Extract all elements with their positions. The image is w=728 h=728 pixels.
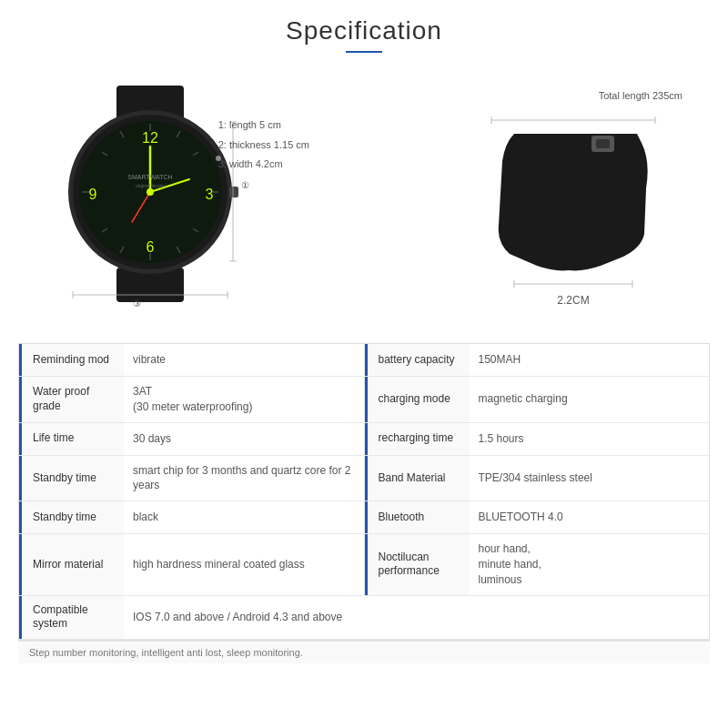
page-title: Specification (286, 16, 442, 46)
band-diagram: Total length 235cm (446, 72, 701, 307)
spec-right-0: battery capacity150MAH (365, 344, 710, 376)
spec-value-right-3: TPE/304 stainless steel (470, 456, 710, 501)
spec-label-right-2: recharging time (365, 423, 470, 455)
svg-text:3: 3 (206, 187, 214, 202)
watch-image: 12 3 6 9 SMARTWATCH (46, 81, 255, 312)
svg-text:original design: original design (136, 183, 165, 188)
spec-label-left-3: Standby time (19, 456, 124, 501)
spec-value-right-5: hour hand, minute hand, luminous (470, 534, 710, 594)
spec-right-3: Band MaterialTPE/304 stainless steel (365, 456, 710, 501)
spec-value-left-1: 3AT (30 meter waterproofing) (124, 377, 364, 422)
spec-label-left-5: Mirror material (19, 534, 124, 594)
spec-label-right-3: Band Material (365, 456, 470, 501)
footer-note: Step number monitoring, intelligent anti… (18, 641, 710, 663)
spec-value-left-4: black (124, 501, 364, 533)
svg-text:SMARTWATCH: SMARTWATCH (127, 174, 172, 180)
header-accent-line (346, 51, 382, 53)
spec-table: Reminding modvibratebattery capacity150M… (18, 343, 710, 641)
spec-left-2: Life time30 days (19, 423, 365, 455)
svg-rect-25 (229, 187, 238, 197)
spec-left-0: Reminding modvibrate (19, 344, 365, 376)
svg-point-24 (147, 188, 154, 196)
spec-value-left-3: smart chip for 3 months and quartz core … (124, 456, 364, 501)
dimension-text: 1: length 5 cm 2: thickness 1.15 cm 3: w… (218, 117, 309, 173)
svg-text:12: 12 (142, 130, 158, 146)
spec-right-1: charging modemagnetic charging (365, 377, 710, 422)
spec-right-4: BluetoothBLUETOOTH 4.0 (365, 501, 710, 533)
spec-row-4: Standby timeblackBluetoothBLUETOOTH 4.0 (19, 501, 709, 534)
spec-label-right-4: Bluetooth (365, 501, 470, 533)
spec-row-full: Compatible systemIOS 7.0 and above / And… (19, 596, 709, 640)
spec-value-right-0: 150MAH (470, 344, 710, 376)
spec-label-left-4: Standby time (19, 501, 124, 533)
product-area: 12 3 6 9 SMARTWATCH (9, 63, 719, 336)
spec-value-full: IOS 7.0 and above / Android 4.3 and abov… (124, 596, 709, 639)
dim2: 2: thickness 1.15 cm (218, 137, 309, 154)
spec-value-right-2: 1.5 hours (470, 423, 710, 455)
spec-row-0: Reminding modvibratebattery capacity150M… (19, 344, 709, 377)
band-total-length: Total length 235cm (599, 90, 682, 101)
spec-row-1: Water proof grade3AT (30 meter waterproo… (19, 377, 709, 423)
band-width: 2.2CM (557, 294, 589, 307)
spec-label-full: Compatible system (19, 596, 124, 639)
spec-value-left-5: high hardness mineral coated glass (124, 534, 364, 594)
spec-label-right-1: charging mode (365, 377, 470, 422)
page-header: Specification (286, 0, 442, 58)
svg-text:①: ① (241, 180, 249, 190)
spec-left-3: Standby timesmart chip for 3 months and … (19, 456, 365, 501)
spec-row-5: Mirror materialhigh hardness mineral coa… (19, 534, 709, 595)
spec-right-5: Noctilucan performancehour hand, minute … (365, 534, 710, 594)
spec-label-left-1: Water proof grade (19, 377, 124, 422)
spec-label-left-0: Reminding mod (19, 344, 124, 376)
spec-right-2: recharging time1.5 hours (365, 423, 710, 455)
spec-value-right-4: BLUETOOTH 4.0 (470, 501, 710, 533)
spec-left-5: Mirror materialhigh hardness mineral coa… (19, 534, 365, 594)
svg-rect-41 (596, 139, 610, 148)
band-image (464, 106, 682, 292)
spec-label-right-5: Noctilucan performance (365, 534, 470, 594)
watch-diagram: 12 3 6 9 SMARTWATCH (27, 72, 318, 327)
spec-value-right-1: magnetic charging (470, 377, 710, 422)
spec-row-3: Standby timesmart chip for 3 months and … (19, 456, 709, 502)
page: Specification (0, 0, 728, 728)
spec-label-right-0: battery capacity (365, 344, 470, 376)
svg-text:9: 9 (89, 187, 97, 202)
svg-text:③: ③ (133, 298, 141, 308)
spec-value-left-2: 30 days (124, 423, 364, 455)
spec-row-2: Life time30 daysrecharging time1.5 hours (19, 423, 709, 456)
dim3: 3: width 4.2cm (218, 157, 309, 173)
svg-text:6: 6 (147, 239, 155, 255)
spec-label-left-2: Life time (19, 423, 124, 455)
dim1: 1: length 5 cm (218, 117, 309, 134)
spec-value-left-0: vibrate (124, 344, 364, 376)
spec-left-4: Standby timeblack (19, 501, 365, 533)
spec-left-1: Water proof grade3AT (30 meter waterproo… (19, 377, 365, 422)
